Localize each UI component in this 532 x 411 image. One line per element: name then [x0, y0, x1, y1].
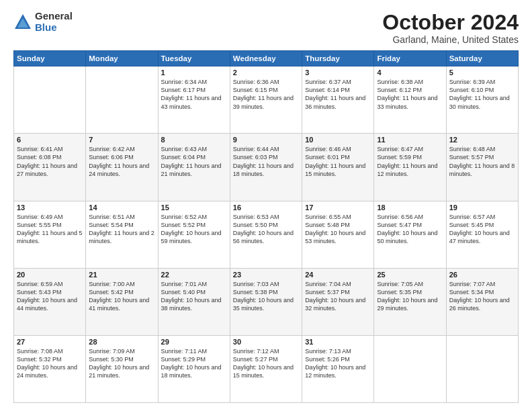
calendar-table: SundayMondayTuesdayWednesdayThursdayFrid…	[13, 50, 519, 403]
cell-content: Sunrise: 6:43 AM Sunset: 6:04 PM Dayligh…	[161, 145, 227, 178]
day-number: 29	[161, 338, 227, 346]
day-header-sunday: Sunday	[14, 51, 86, 66]
logo-text: General Blue	[35, 11, 73, 33]
calendar-cell	[14, 66, 86, 134]
cell-content: Sunrise: 7:13 AM Sunset: 5:26 PM Dayligh…	[305, 347, 371, 380]
day-number: 28	[89, 338, 154, 346]
cell-content: Sunrise: 7:03 AM Sunset: 5:38 PM Dayligh…	[233, 280, 299, 313]
day-number: 7	[89, 136, 154, 144]
calendar-cell: 9Sunrise: 6:44 AM Sunset: 6:03 PM Daylig…	[230, 134, 302, 201]
cell-content: Sunrise: 7:00 AM Sunset: 5:42 PM Dayligh…	[89, 280, 154, 313]
day-number: 20	[17, 271, 83, 279]
main-title: October 2024	[382, 11, 519, 34]
calendar-cell: 26Sunrise: 7:07 AM Sunset: 5:34 PM Dayli…	[446, 268, 518, 335]
day-header-monday: Monday	[86, 51, 158, 66]
calendar-cell	[86, 66, 158, 134]
calendar-cell: 31Sunrise: 7:13 AM Sunset: 5:26 PM Dayli…	[302, 335, 374, 402]
day-number: 5	[449, 68, 515, 77]
title-block: October 2024 Garland, Maine, United Stat…	[382, 11, 519, 45]
day-number: 31	[305, 338, 371, 346]
cell-content: Sunrise: 7:11 AM Sunset: 5:29 PM Dayligh…	[161, 347, 227, 380]
day-number: 30	[233, 338, 299, 346]
cell-content: Sunrise: 6:44 AM Sunset: 6:03 PM Dayligh…	[233, 145, 299, 178]
calendar-cell: 29Sunrise: 7:11 AM Sunset: 5:29 PM Dayli…	[158, 335, 230, 402]
calendar-cell: 30Sunrise: 7:12 AM Sunset: 5:27 PM Dayli…	[230, 335, 302, 402]
cell-content: Sunrise: 7:07 AM Sunset: 5:34 PM Dayligh…	[449, 280, 515, 313]
calendar-cell: 4Sunrise: 6:38 AM Sunset: 6:12 PM Daylig…	[374, 66, 446, 134]
day-header-friday: Friday	[374, 51, 446, 66]
day-number: 6	[17, 136, 83, 144]
day-number: 9	[233, 136, 299, 144]
day-number: 14	[89, 203, 154, 212]
cell-content: Sunrise: 6:36 AM Sunset: 6:15 PM Dayligh…	[233, 78, 299, 111]
page: General Blue October 2024 Garland, Maine…	[0, 0, 532, 411]
day-number: 4	[377, 68, 443, 77]
cell-content: Sunrise: 6:37 AM Sunset: 6:14 PM Dayligh…	[305, 78, 371, 111]
day-number: 24	[305, 271, 371, 279]
day-header-thursday: Thursday	[302, 51, 374, 66]
cell-content: Sunrise: 6:46 AM Sunset: 6:01 PM Dayligh…	[305, 145, 371, 178]
day-number: 3	[305, 68, 371, 77]
cell-content: Sunrise: 6:39 AM Sunset: 6:10 PM Dayligh…	[449, 78, 515, 111]
day-number: 11	[377, 136, 443, 144]
calendar-cell: 7Sunrise: 6:42 AM Sunset: 6:06 PM Daylig…	[86, 134, 158, 201]
cell-content: Sunrise: 6:55 AM Sunset: 5:48 PM Dayligh…	[305, 213, 371, 246]
cell-content: Sunrise: 6:51 AM Sunset: 5:54 PM Dayligh…	[89, 213, 154, 246]
header: General Blue October 2024 Garland, Maine…	[13, 11, 519, 45]
day-number: 1	[161, 68, 227, 77]
calendar-cell: 5Sunrise: 6:39 AM Sunset: 6:10 PM Daylig…	[446, 66, 518, 134]
calendar-week-1: 1Sunrise: 6:34 AM Sunset: 6:17 PM Daylig…	[14, 66, 519, 134]
calendar-cell: 21Sunrise: 7:00 AM Sunset: 5:42 PM Dayli…	[86, 268, 158, 335]
cell-content: Sunrise: 6:56 AM Sunset: 5:47 PM Dayligh…	[377, 213, 443, 246]
calendar-cell: 14Sunrise: 6:51 AM Sunset: 5:54 PM Dayli…	[86, 201, 158, 268]
day-number: 13	[17, 203, 83, 212]
day-number: 23	[233, 271, 299, 279]
calendar-cell: 23Sunrise: 7:03 AM Sunset: 5:38 PM Dayli…	[230, 268, 302, 335]
calendar-cell: 8Sunrise: 6:43 AM Sunset: 6:04 PM Daylig…	[158, 134, 230, 201]
cell-content: Sunrise: 6:49 AM Sunset: 5:55 PM Dayligh…	[17, 213, 83, 246]
calendar-cell: 13Sunrise: 6:49 AM Sunset: 5:55 PM Dayli…	[14, 201, 86, 268]
calendar-week-2: 6Sunrise: 6:41 AM Sunset: 6:08 PM Daylig…	[14, 134, 519, 201]
subtitle: Garland, Maine, United States	[382, 34, 519, 45]
cell-content: Sunrise: 6:47 AM Sunset: 5:59 PM Dayligh…	[377, 145, 443, 178]
day-number: 17	[305, 203, 371, 212]
day-number: 2	[233, 68, 299, 77]
calendar-week-5: 27Sunrise: 7:08 AM Sunset: 5:32 PM Dayli…	[14, 335, 519, 402]
calendar-header-row: SundayMondayTuesdayWednesdayThursdayFrid…	[14, 51, 519, 66]
calendar-cell: 25Sunrise: 7:05 AM Sunset: 5:35 PM Dayli…	[374, 268, 446, 335]
day-number: 18	[377, 203, 443, 212]
cell-content: Sunrise: 6:59 AM Sunset: 5:43 PM Dayligh…	[17, 280, 83, 313]
calendar-week-3: 13Sunrise: 6:49 AM Sunset: 5:55 PM Dayli…	[14, 201, 519, 268]
cell-content: Sunrise: 7:05 AM Sunset: 5:35 PM Dayligh…	[377, 280, 443, 313]
cell-content: Sunrise: 7:08 AM Sunset: 5:32 PM Dayligh…	[17, 347, 83, 380]
day-number: 27	[17, 338, 83, 346]
day-header-wednesday: Wednesday	[230, 51, 302, 66]
logo-blue: Blue	[35, 22, 73, 34]
cell-content: Sunrise: 7:09 AM Sunset: 5:30 PM Dayligh…	[89, 347, 154, 380]
day-number: 19	[449, 203, 515, 212]
calendar-cell: 3Sunrise: 6:37 AM Sunset: 6:14 PM Daylig…	[302, 66, 374, 134]
day-number: 8	[161, 136, 227, 144]
day-number: 12	[449, 136, 515, 144]
cell-content: Sunrise: 6:42 AM Sunset: 6:06 PM Dayligh…	[89, 145, 154, 178]
day-number: 10	[305, 136, 371, 144]
calendar-cell: 1Sunrise: 6:34 AM Sunset: 6:17 PM Daylig…	[158, 66, 230, 134]
calendar-cell: 17Sunrise: 6:55 AM Sunset: 5:48 PM Dayli…	[302, 201, 374, 268]
day-number: 15	[161, 203, 227, 212]
calendar-week-4: 20Sunrise: 6:59 AM Sunset: 5:43 PM Dayli…	[14, 268, 519, 335]
calendar-cell	[374, 335, 446, 402]
calendar-cell: 20Sunrise: 6:59 AM Sunset: 5:43 PM Dayli…	[14, 268, 86, 335]
day-header-saturday: Saturday	[446, 51, 518, 66]
calendar-cell: 18Sunrise: 6:56 AM Sunset: 5:47 PM Dayli…	[374, 201, 446, 268]
day-number: 22	[161, 271, 227, 279]
calendar-cell: 28Sunrise: 7:09 AM Sunset: 5:30 PM Dayli…	[86, 335, 158, 402]
day-number: 16	[233, 203, 299, 212]
cell-content: Sunrise: 7:12 AM Sunset: 5:27 PM Dayligh…	[233, 347, 299, 380]
cell-content: Sunrise: 7:04 AM Sunset: 5:37 PM Dayligh…	[305, 280, 371, 313]
cell-content: Sunrise: 6:57 AM Sunset: 5:45 PM Dayligh…	[449, 213, 515, 246]
calendar-cell: 27Sunrise: 7:08 AM Sunset: 5:32 PM Dayli…	[14, 335, 86, 402]
day-number: 26	[449, 271, 515, 279]
cell-content: Sunrise: 6:41 AM Sunset: 6:08 PM Dayligh…	[17, 145, 83, 178]
cell-content: Sunrise: 6:52 AM Sunset: 5:52 PM Dayligh…	[161, 213, 227, 246]
calendar-cell: 12Sunrise: 6:48 AM Sunset: 5:57 PM Dayli…	[446, 134, 518, 201]
